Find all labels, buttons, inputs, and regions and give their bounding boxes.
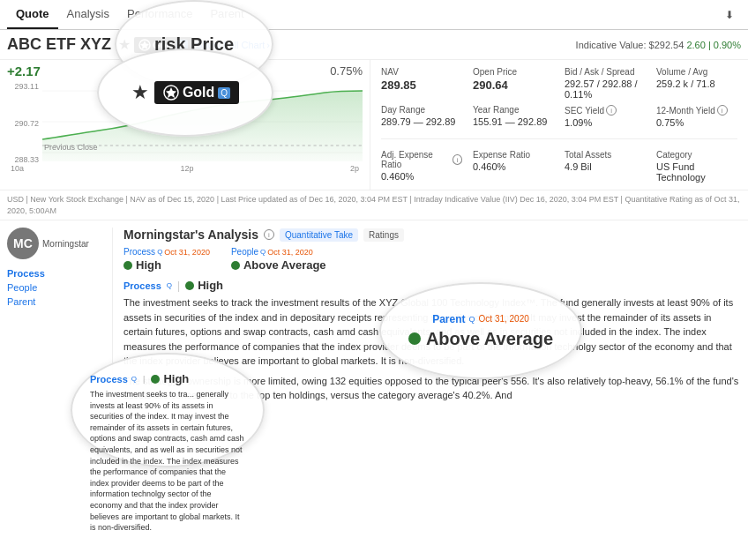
volume-label: Volume / Avg: [656, 67, 737, 77]
pillar-process-label-text: Process: [123, 247, 155, 257]
stat-sec-yield: SEC Yield i 1.09%: [565, 105, 646, 128]
sec-yield-label: SEC Yield i: [565, 105, 646, 116]
pillar-people: People Q Oct 31, 2020 Above Average: [231, 247, 326, 272]
pillar-people-value-row: Above Average: [231, 258, 326, 272]
pillar-process-value: High: [136, 258, 161, 272]
tab-performance[interactable]: Performance: [118, 0, 201, 29]
footer-info: USD | New York Stock Exchange | NAV as o…: [0, 190, 748, 220]
ms-label: Morningstar: [42, 239, 89, 249]
process-label-link[interactable]: Process: [123, 280, 161, 291]
12m-yield-info-icon[interactable]: i: [717, 105, 728, 116]
svg-marker-1: [140, 41, 149, 49]
process-header: Process Q | High: [123, 279, 741, 292]
download-button[interactable]: ⬇: [718, 2, 741, 28]
sec-yield-info-icon[interactable]: i: [606, 105, 617, 116]
chart-svg-container: Previous Close: [42, 82, 363, 164]
sec-yield-value: 1.09%: [565, 117, 646, 128]
pillar-people-label: People Q Oct 31, 2020: [231, 247, 326, 257]
year-range-label: Year Range: [473, 105, 554, 115]
pillar-people-date: Oct 31, 2020: [267, 248, 313, 257]
indicative-change: 2.60: [686, 40, 705, 50]
medal-icon: Gold Q: [134, 37, 192, 53]
day-range-label: Day Range: [381, 105, 462, 115]
chevron-icon: ›: [266, 40, 270, 50]
pillar-process-date: Oct 31, 2020: [164, 248, 210, 257]
12m-yield-label: 12-Month Yield i: [656, 105, 737, 116]
tab-analysis[interactable]: Analysis: [58, 0, 118, 29]
expense-value: 0.460%: [473, 161, 554, 172]
stat-volume: Volume / Avg 259.2 k / 71.8: [656, 67, 737, 100]
morningstar-logo-svg: [138, 39, 151, 51]
y-label-bot: 288.33: [14, 155, 39, 164]
x-label-10a: 10a: [11, 164, 24, 173]
adj-expense-label-text: Adj. Expense Ratio: [381, 150, 451, 169]
stats-divider: [381, 138, 737, 139]
stat-year-range: Year Range 155.91 — 292.89: [473, 105, 554, 128]
analysis-heading-row: Morningstar's Analysis i Quantitative Ta…: [123, 228, 741, 242]
process-tooltip-desc: The investment seeks to tra... generally…: [90, 389, 245, 534]
chart-area: +2.17 0.75% 293.11 290.72 288.33: [0, 60, 370, 190]
volume-value: 259.2 k / 71.8: [656, 78, 737, 89]
main-content: +2.17 0.75% 293.11 290.72 288.33: [0, 60, 748, 190]
pillar-process-dot: [123, 261, 132, 270]
analysis-info-icon[interactable]: i: [264, 229, 274, 240]
right-analysis: Morningstar's Analysis i Quantitative Ta…: [113, 228, 741, 403]
open-label: Open Price: [473, 67, 554, 77]
nav-tabs-left: Quote Analysis Performance Parent: [7, 0, 253, 29]
adj-expense-value: 0.460%: [381, 171, 462, 182]
header: ABC ETF XYZ ★ Gold Q Show Full Chart › I…: [0, 30, 748, 60]
stat-12m-yield: 12-Month Yield i 0.75%: [656, 105, 737, 128]
strategy-text: The strategy's ownership is more limited…: [123, 374, 741, 403]
tab-parent[interactable]: Parent: [201, 0, 252, 29]
pillars-row: Process Q Oct 31, 2020 High People Q Oct…: [123, 247, 741, 272]
show-chart-label: Show Full Chart: [196, 40, 265, 50]
stats-grid: NAV 289.85 Open Price 290.64 Bid / Ask /…: [381, 67, 737, 183]
morningstar-logo: MC Morningstar: [7, 228, 105, 259]
adj-expense-label: Adj. Expense Ratio i: [381, 150, 462, 169]
stats-area: NAV 289.85 Open Price 290.64 Bid / Ask /…: [370, 60, 748, 190]
bid-ask-value: 292.57 / 292.88 / 0.11%: [565, 78, 646, 100]
description-text: The investment seeks to track the invest…: [123, 295, 741, 369]
stat-expense: Expense Ratio 0.460%: [473, 150, 554, 183]
analysis-section: MC Morningstar Process People Parent Mor…: [0, 220, 748, 410]
12m-label-text: 12-Month Yield: [656, 106, 715, 116]
prev-close-label: Previous Close: [44, 143, 98, 152]
12m-yield-value: 0.75%: [656, 117, 737, 128]
stat-nav: NAV 289.85: [381, 67, 462, 100]
pillar-people-value: Above Average: [243, 258, 326, 272]
process-value-row: High: [185, 279, 223, 292]
adj-expense-info-icon[interactable]: i: [453, 154, 462, 165]
year-range-value: 155.91 — 292.89: [473, 116, 554, 127]
nav-tabs: Quote Analysis Performance Parent ⬇: [0, 0, 748, 30]
quant-take-badge[interactable]: Quantitative Take: [280, 228, 358, 242]
nav-link-people[interactable]: People: [7, 280, 105, 295]
analysis-title: Morningstar's Analysis: [123, 228, 258, 242]
x-label-2p: 2p: [350, 164, 359, 173]
pillar-process: Process Q Oct 31, 2020 High: [123, 247, 210, 272]
nav-link-process[interactable]: Process: [7, 266, 105, 280]
stat-day-range: Day Range 289.79 — 292.89: [381, 105, 462, 128]
process-q: Q: [167, 281, 172, 289]
tab-quote[interactable]: Quote: [7, 0, 58, 29]
page-wrapper: Quote Analysis Performance Parent ⬇ ABC …: [0, 0, 748, 560]
nav-label: NAV: [381, 67, 462, 77]
star-icon: ★: [118, 36, 131, 53]
y-label-top: 293.11: [14, 82, 39, 91]
indicative-price: $292.54: [649, 40, 684, 50]
show-chart-link[interactable]: Show Full Chart ›: [196, 40, 270, 50]
left-panel: MC Morningstar Process People Parent: [7, 228, 113, 403]
nav-value: 289.85: [381, 78, 462, 92]
chart-pct: 0.75%: [330, 64, 363, 78]
ratings-badge[interactable]: Ratings: [363, 228, 404, 242]
chart-change: +2.17: [7, 63, 41, 78]
y-axis-labels: 293.11 290.72 288.33: [7, 82, 39, 164]
chart-with-labels: 293.11 290.72 288.33: [7, 82, 363, 164]
q-badge: Q: [176, 40, 188, 50]
indicative-value: Indicative Value: $292.54 2.60 | 0.90%: [576, 40, 741, 50]
nav-link-parent[interactable]: Parent: [7, 295, 105, 309]
indicative-pct: | 0.90%: [708, 40, 741, 50]
process-dot: [185, 281, 194, 290]
sec-yield-label-text: SEC Yield: [565, 106, 604, 116]
total-assets-value: 4.9 Bil: [565, 161, 646, 172]
stat-open-price: Open Price 290.64: [473, 67, 554, 100]
